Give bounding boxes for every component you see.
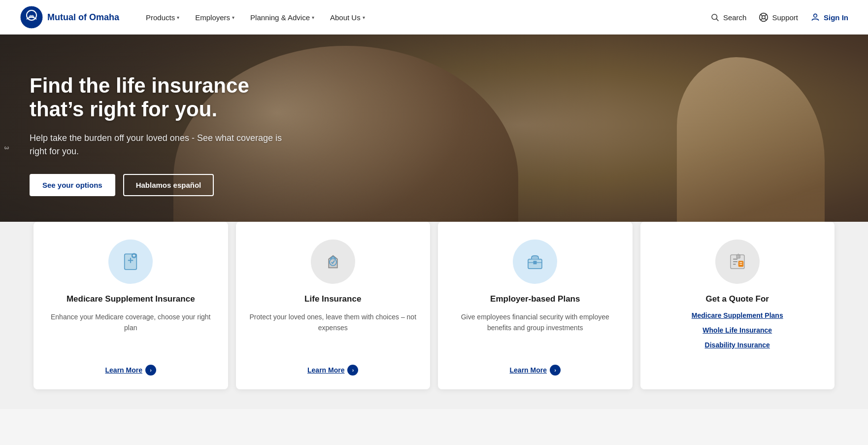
chevron-down-icon: ▾: [232, 15, 234, 20]
medicare-card-desc: Enhance your Medicare coverage, choose y…: [47, 311, 214, 357]
employer-card-title: Employer-based Plans: [490, 294, 580, 305]
life-card-title: Life Insurance: [304, 294, 361, 305]
employer-card-desc: Give employees financial security with e…: [452, 311, 619, 357]
quote-whole-life-link[interactable]: Whole Life Insurance: [654, 326, 821, 334]
quote-medicare-link[interactable]: Medicare Supplement Plans: [654, 311, 821, 319]
card-life: Life Insurance Protect your loved ones, …: [236, 222, 431, 389]
search-icon: [709, 12, 720, 23]
svg-rect-20: [534, 261, 537, 264]
arrow-right-icon: ›: [550, 365, 561, 376]
hero-title: Find the life insurance that’s right for…: [30, 74, 286, 122]
brand-name: Mutual of Omaha: [47, 12, 119, 23]
employer-learn-more[interactable]: Learn More ›: [510, 365, 561, 376]
signin-button[interactable]: Sign In: [810, 12, 848, 23]
nav-links: Products ▾ Employers ▾ Planning & Advice…: [139, 9, 709, 26]
employer-icon-wrap: [513, 240, 557, 284]
hero-content: Find the life insurance that’s right for…: [30, 74, 286, 196]
svg-line-8: [765, 14, 767, 16]
logo[interactable]: Mutual of Omaha: [20, 5, 119, 29]
life-card-desc: Protect your loved ones, leave them with…: [250, 311, 417, 357]
hero-buttons: See your options Hablamos español: [30, 174, 286, 196]
cards-section: Medicare Supplement Insurance Enhance yo…: [0, 222, 868, 409]
quote-card-title: Get a Quote For: [706, 294, 769, 305]
nav-right: Search Support: [709, 12, 848, 23]
chevron-down-icon: ▾: [177, 15, 179, 20]
svg-point-5: [762, 16, 766, 19]
life-learn-more[interactable]: Learn More ›: [307, 365, 358, 376]
medicare-icon-wrap: [108, 240, 153, 284]
life-icon-wrap: [311, 240, 355, 284]
svg-line-6: [761, 14, 763, 16]
chevron-down-icon: ▾: [312, 15, 314, 20]
card-quote: Get a Quote For Medicare Supplement Plan…: [640, 222, 835, 389]
signin-icon: [810, 12, 821, 23]
quote-disability-link[interactable]: Disability Insurance: [654, 341, 821, 349]
quote-icon-wrap: [715, 240, 760, 284]
nav-products[interactable]: Products ▾: [139, 9, 186, 26]
svg-line-7: [765, 19, 767, 20]
product-cards: Medicare Supplement Insurance Enhance yo…: [0, 222, 868, 389]
svg-line-3: [716, 19, 718, 21]
slide-number: 3: [3, 146, 10, 150]
see-options-button[interactable]: See your options: [30, 174, 115, 196]
nav-about[interactable]: About Us ▾: [323, 9, 372, 26]
nav-planning[interactable]: Planning & Advice ▾: [243, 9, 321, 26]
medicare-card-title: Medicare Supplement Insurance: [67, 294, 195, 305]
navbar: Mutual of Omaha Products ▾ Employers ▾ P…: [0, 0, 868, 34]
nav-employers[interactable]: Employers ▾: [188, 9, 241, 26]
svg-line-9: [761, 19, 763, 20]
card-employer: Employer-based Plans Give employees fina…: [438, 222, 633, 389]
chevron-down-icon: ▾: [363, 15, 365, 20]
search-button[interactable]: Search: [709, 12, 747, 23]
support-icon: [758, 12, 769, 23]
svg-rect-25: [738, 261, 744, 267]
medicare-learn-more[interactable]: Learn More ›: [105, 365, 156, 376]
quote-links: Medicare Supplement Plans Whole Life Ins…: [654, 311, 821, 351]
espanol-button[interactable]: Hablamos español: [123, 174, 214, 196]
arrow-right-icon: ›: [347, 365, 358, 376]
support-button[interactable]: Support: [758, 12, 798, 23]
svg-point-2: [712, 14, 717, 20]
arrow-right-icon: ›: [145, 365, 156, 376]
card-medicare: Medicare Supplement Insurance Enhance yo…: [33, 222, 228, 389]
svg-point-10: [814, 14, 817, 17]
hero-subtitle: Help take the burden off your loved ones…: [30, 132, 286, 158]
